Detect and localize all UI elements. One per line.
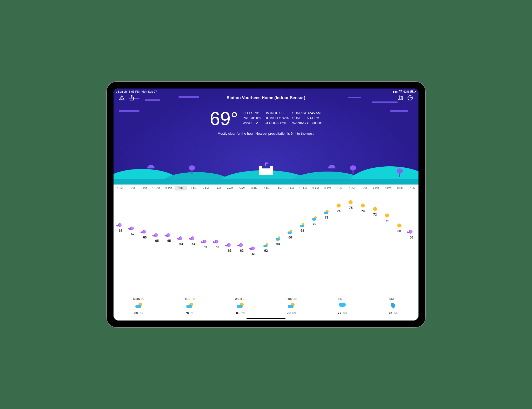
hourly-point[interactable]: 64 — [188, 236, 198, 246]
hourly-point[interactable]: 72 — [321, 210, 332, 219]
time-label[interactable]: 3 PM — [358, 186, 370, 190]
back-to-app[interactable]: Search — [116, 90, 127, 93]
time-label[interactable]: 5 PM — [382, 186, 394, 190]
hourly-point[interactable]: 68 — [297, 223, 308, 233]
cellular-icon: ▮▮▯ — [393, 90, 398, 93]
daily-label: WED 29 — [215, 297, 266, 301]
hourly-temp: 63 — [200, 246, 211, 249]
time-label[interactable]: 4 PM — [370, 186, 382, 190]
wifi-icon — [399, 90, 402, 93]
hourly-time-row[interactable]: 7 PM8 PM9 PM10 PM11 PMTUE1 AM2 AM3 AM4 A… — [114, 185, 418, 192]
partly-cloudy-icon — [287, 303, 296, 309]
time-label[interactable]: 11 AM — [309, 186, 321, 190]
hourly-point[interactable]: 64 — [176, 236, 187, 246]
hourly-temp: 73 — [370, 213, 380, 216]
hourly-temp: 71 — [382, 219, 392, 223]
hourly-point[interactable]: 66 — [406, 230, 417, 239]
hourly-point[interactable]: 74 — [358, 203, 368, 213]
hourly-point[interactable]: 63 — [212, 240, 223, 249]
hourly-point[interactable]: 67 — [128, 227, 138, 236]
moon-icon — [130, 227, 135, 232]
map-icon[interactable] — [397, 95, 403, 101]
alerts-icon[interactable] — [119, 95, 125, 101]
daily-item[interactable]: MON 278664 — [114, 297, 164, 315]
hourly-point[interactable]: 75 — [345, 200, 356, 210]
hourly-point[interactable]: 68 — [115, 223, 126, 233]
time-label[interactable]: 3 AM — [212, 186, 224, 190]
daily-forecast-row[interactable]: MON 278664TUE 287560WED 298156THU 307959… — [114, 293, 418, 321]
moon-icon — [227, 243, 232, 248]
partly-cloudy-icon — [324, 210, 329, 215]
daily-item[interactable]: TUE 287560 — [164, 297, 215, 315]
hourly-temp: 63 — [212, 246, 223, 249]
time-label[interactable]: 2 AM — [200, 186, 212, 190]
daily-label: MON 27 — [114, 297, 164, 301]
hourly-temp: 66 — [406, 236, 417, 239]
hourly-temp: 61 — [249, 252, 259, 256]
hourly-point[interactable]: 74 — [334, 203, 344, 213]
daily-item[interactable]: FRI 17758 — [317, 297, 368, 315]
stat-clouds: CLOUDS 16% — [265, 121, 289, 126]
moon-icon — [142, 230, 148, 235]
hourly-point[interactable]: 66 — [285, 230, 295, 239]
moon-icon — [409, 230, 414, 235]
station-title[interactable]: Station Voorhees Home (Indoor Sensor) — [227, 96, 305, 100]
time-label[interactable]: 1 PM — [333, 186, 345, 190]
time-label[interactable]: 7 PM — [406, 186, 418, 190]
share-icon[interactable] — [129, 95, 135, 101]
sun-icon — [397, 224, 402, 229]
time-label[interactable]: 8 PM — [126, 186, 138, 190]
daily-item[interactable]: THU 307959 — [266, 297, 317, 315]
time-label[interactable]: 10 PM — [150, 186, 162, 190]
hourly-temp: 66 — [285, 236, 295, 239]
hourly-point[interactable]: 71 — [382, 213, 392, 223]
daily-temps: 7560 — [164, 311, 215, 315]
time-label[interactable]: 7 PM — [114, 186, 126, 190]
daily-temps: 7959 — [266, 311, 317, 315]
time-label[interactable]: TUE — [175, 186, 187, 190]
hourly-point[interactable]: 62 — [224, 243, 235, 253]
time-label[interactable]: 11 PM — [162, 186, 174, 190]
time-label[interactable]: 4 AM — [224, 186, 236, 190]
hourly-point[interactable]: 62 — [237, 243, 247, 253]
sun-icon — [348, 200, 353, 206]
time-label[interactable]: 6 AM — [248, 186, 261, 190]
hourly-temp: 70 — [309, 222, 320, 226]
home-indicator[interactable] — [247, 318, 285, 319]
daily-item[interactable]: SAT 27564 — [368, 297, 418, 315]
time-label[interactable]: 9 AM — [285, 186, 297, 190]
hourly-point[interactable]: 61 — [249, 247, 259, 256]
daily-label: TUE 28 — [164, 297, 215, 301]
hourly-temp: 75 — [345, 206, 356, 210]
time-label[interactable]: 12 PM — [321, 186, 334, 190]
time-label[interactable]: 2 PM — [345, 186, 358, 190]
hourly-point[interactable]: 70 — [309, 216, 320, 226]
hourly-point[interactable]: 65 — [164, 233, 174, 243]
time-label[interactable]: 6 PM — [394, 186, 406, 190]
stat-sunrise: SUNRISE 6:45 AM — [292, 111, 322, 116]
hourly-point[interactable]: 62 — [261, 243, 271, 253]
summary-text: Mostly clear for the hour. Nearest preci… — [201, 132, 331, 135]
time-label[interactable]: 10 AM — [297, 186, 309, 190]
time-label[interactable]: 7 AM — [261, 186, 273, 190]
daily-label: SAT 2 — [368, 297, 418, 301]
hourly-point[interactable]: 66 — [140, 230, 150, 239]
stat-humidity: HUMIDITY 82% — [265, 116, 289, 121]
svg-point-3 — [122, 99, 122, 99]
hourly-point[interactable]: 63 — [200, 240, 211, 249]
current-temp: 69° — [210, 109, 238, 128]
hourly-point[interactable]: 68 — [394, 223, 404, 233]
time-label[interactable]: 5 AM — [236, 186, 248, 190]
daily-temps: 7564 — [368, 311, 418, 315]
more-icon[interactable] — [407, 95, 413, 101]
hourly-temp: 74 — [358, 209, 368, 213]
hourly-point[interactable]: 73 — [370, 207, 380, 216]
daily-item[interactable]: WED 298156 — [215, 297, 266, 315]
current-conditions[interactable]: 69° FEELS 73° PRECIP 0% WIND 9 ↙ UV INDE… — [114, 109, 418, 135]
hourly-chart[interactable]: 6867666565646463636262616264666870727475… — [115, 192, 417, 293]
time-label[interactable]: 9 PM — [138, 186, 150, 190]
time-label[interactable]: 1 AM — [188, 186, 200, 190]
hourly-point[interactable]: 65 — [152, 233, 162, 243]
time-label[interactable]: 8 AM — [272, 186, 285, 190]
hourly-point[interactable]: 64 — [273, 236, 283, 246]
